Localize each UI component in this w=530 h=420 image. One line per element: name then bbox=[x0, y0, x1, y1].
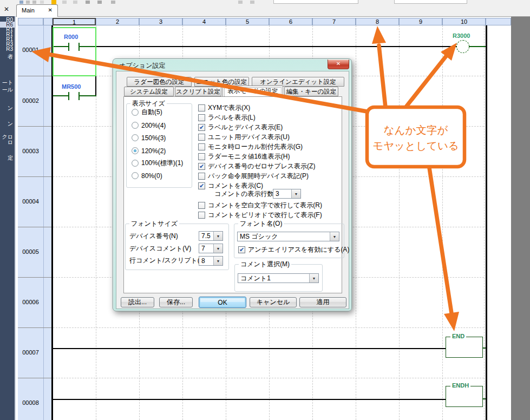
tree-item[interactable]: 者 bbox=[0, 54, 13, 60]
radio-icon[interactable] bbox=[132, 160, 139, 167]
panel-splitter[interactable] bbox=[15, 16, 16, 420]
checkbox-icon[interactable] bbox=[198, 114, 205, 121]
chevron-down-icon[interactable]: ▼ bbox=[213, 244, 223, 253]
radio-icon-selected[interactable] bbox=[132, 147, 139, 154]
checkbox-monitor-local[interactable]: モニタ時ローカル割付先表示(G) bbox=[198, 143, 303, 151]
chevron-down-icon[interactable]: ▼ bbox=[309, 274, 318, 283]
toolbar-icon[interactable] bbox=[32, 1, 36, 4]
checkbox-label-device[interactable]: ✔ラベルとデバイス表示(E) bbox=[198, 123, 283, 132]
radio-icon[interactable] bbox=[132, 122, 139, 129]
radio-icon[interactable] bbox=[132, 134, 139, 141]
checkbox-icon-checked[interactable]: ✔ bbox=[238, 246, 245, 253]
dialog-close-button[interactable]: ✕ bbox=[328, 60, 349, 69]
tab-script[interactable]: スクリプト設定 bbox=[175, 87, 221, 96]
toolbar-combobox[interactable] bbox=[394, 0, 467, 4]
row-separator bbox=[18, 176, 51, 177]
radio-120-selected[interactable]: 120%(2) bbox=[132, 147, 166, 155]
toolbar-icon[interactable] bbox=[111, 1, 115, 4]
checkbox-icon-checked[interactable]: ✔ bbox=[198, 163, 205, 170]
checkbox-icon[interactable] bbox=[198, 202, 205, 209]
checkbox-antialias[interactable]: ✔アンチエイリアスを有効にする(A) bbox=[238, 246, 349, 254]
chevron-down-icon[interactable]: ▼ bbox=[213, 257, 223, 265]
checkbox-icon[interactable] bbox=[198, 134, 205, 141]
device-comment-size-combo[interactable]: 7 ▼ bbox=[199, 244, 223, 253]
line-comment-size-combo[interactable]: 8 ▼ bbox=[199, 256, 223, 266]
toolbar-icon[interactable] bbox=[86, 1, 90, 4]
checkbox-label-show[interactable]: ラベルを表示(L) bbox=[198, 114, 256, 122]
toolbar-icon[interactable] bbox=[62, 1, 67, 4]
checkbox-show-comment[interactable]: ✔コメントを表示(C) bbox=[198, 182, 263, 190]
radio-icon[interactable] bbox=[132, 109, 139, 116]
toolbar-icon[interactable] bbox=[19, 1, 23, 4]
checkbox-zero-suppress[interactable]: ✔デバイス番号のゼロサプレス表示(Z) bbox=[198, 162, 315, 170]
checkbox-hex-monitor[interactable]: ラダーモニタ値16進表示(H) bbox=[198, 153, 290, 161]
checkbox-wrap-space[interactable]: コメントを空白文字で改行して表示(R) bbox=[198, 201, 322, 209]
device-label[interactable]: R3000 bbox=[453, 32, 470, 39]
checkbox-icon[interactable] bbox=[198, 173, 205, 180]
checkbox-unit-device[interactable]: ユニット用デバイス表示(U) bbox=[198, 133, 290, 141]
display-size-legend: 表示サイズ bbox=[130, 100, 167, 107]
toolbar-icon[interactable] bbox=[40, 1, 44, 4]
radio-100[interactable]: 100%(標準)(1) bbox=[132, 159, 183, 167]
tab-ladder-colors[interactable]: ラダー図色の設定 bbox=[127, 77, 192, 87]
comment-select-combo[interactable]: コメント1 ▼ bbox=[238, 273, 319, 283]
row-number: 00005 bbox=[18, 248, 43, 256]
checkbox-xym[interactable]: XYMで表示(X) bbox=[198, 104, 250, 112]
coil-symbol[interactable] bbox=[456, 40, 469, 53]
radio-icon[interactable] bbox=[132, 172, 139, 179]
device-number-size-combo[interactable]: 7.5 ▼ bbox=[199, 231, 223, 241]
checkbox-pack-device[interactable]: パック命令展開時デバイス表記(P) bbox=[198, 172, 309, 180]
toolbar-icon[interactable] bbox=[26, 1, 30, 4]
read-button[interactable]: 読出... bbox=[121, 297, 154, 307]
end-instruction-box[interactable]: END bbox=[446, 337, 483, 358]
end-instruction-label: END bbox=[450, 333, 466, 339]
toolbar-icon[interactable] bbox=[97, 1, 102, 4]
tab-close-icon[interactable]: ✕ bbox=[48, 7, 53, 13]
tree-item[interactable]: ート bbox=[0, 80, 13, 86]
radio-80[interactable]: 80%(0) bbox=[132, 172, 162, 180]
chevron-down-icon[interactable]: ▼ bbox=[213, 232, 223, 240]
tree-item[interactable]: ール bbox=[0, 87, 13, 93]
chevron-down-icon[interactable]: ▼ bbox=[330, 232, 339, 241]
radio-200[interactable]: 200%(4) bbox=[132, 121, 166, 129]
panel-close-button[interactable]: ✕ bbox=[4, 5, 9, 13]
tree-item[interactable]: 定 bbox=[0, 155, 13, 161]
tab-edit-keys[interactable]: 編集・キーの設定 bbox=[284, 87, 338, 96]
app-window: ✕ Main ✕ R0 R6 R1 R1 R1 R3 R3 者 ート ール ン … bbox=[0, 0, 530, 420]
toolbar-icon[interactable] bbox=[238, 1, 243, 4]
row-number: 00008 bbox=[18, 399, 43, 407]
toolbar-icon[interactable] bbox=[250, 1, 254, 4]
checkbox-icon[interactable] bbox=[198, 143, 205, 150]
ok-button[interactable]: OK bbox=[199, 297, 246, 308]
canvas-gray-area bbox=[511, 17, 530, 420]
no-contact[interactable] bbox=[68, 92, 69, 100]
warning-icon[interactable] bbox=[51, 0, 56, 4]
tree-item[interactable]: R3 bbox=[0, 46, 13, 52]
font-name-legend: フォント名(O) bbox=[238, 220, 284, 227]
tree-item[interactable]: ン bbox=[0, 121, 13, 127]
endh-instruction-box[interactable]: ENDH bbox=[446, 386, 483, 407]
comment-lines-combo[interactable]: 3 ▼ bbox=[273, 189, 301, 199]
radio-150[interactable]: 150%(3) bbox=[132, 134, 166, 142]
checkbox-wrap-period[interactable]: コメントをピリオドで改行して表示(F) bbox=[198, 211, 322, 219]
tree-item[interactable]: ン bbox=[0, 105, 13, 111]
radio-auto[interactable]: 自動(5) bbox=[132, 108, 162, 116]
save-button[interactable]: 保存... bbox=[159, 297, 193, 307]
tree-item[interactable]: ロ bbox=[0, 139, 13, 145]
apply-button[interactable]: 適用 bbox=[299, 297, 346, 307]
tab-display-mode[interactable]: 表示モードの設定 bbox=[223, 86, 283, 96]
toolbar-combobox[interactable] bbox=[273, 0, 358, 4]
checkbox-icon[interactable] bbox=[198, 104, 205, 111]
tab-system[interactable]: システム設定 bbox=[124, 87, 174, 96]
tab-main[interactable]: Main ✕ bbox=[16, 4, 58, 17]
chevron-down-icon[interactable]: ▼ bbox=[291, 189, 300, 198]
checkbox-icon[interactable] bbox=[198, 212, 205, 219]
no-contact[interactable] bbox=[78, 92, 80, 100]
cancel-button[interactable]: キャンセル bbox=[250, 297, 297, 307]
checkbox-icon-checked[interactable]: ✔ bbox=[198, 124, 205, 131]
font-name-combo[interactable]: MS ゴシック ▼ bbox=[237, 232, 339, 241]
checkbox-icon-checked[interactable]: ✔ bbox=[198, 182, 205, 189]
device-label[interactable]: MR500 bbox=[62, 83, 81, 90]
checkbox-icon[interactable] bbox=[198, 153, 205, 160]
toolbar-icon[interactable] bbox=[73, 1, 77, 4]
